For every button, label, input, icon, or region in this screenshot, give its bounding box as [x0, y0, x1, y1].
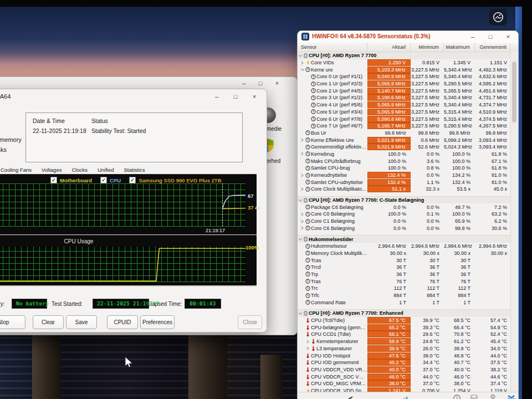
minimize-icon[interactable]: –	[239, 79, 248, 87]
sensor-row[interactable]: CPU VDD_MISC VRM (SVI3 TFN)38.0 °C37.0 °…	[298, 380, 510, 387]
sensor-row[interactable]: Core 0 Ur (perf #1/1)5,040.9 MHz3,227.5 …	[298, 73, 510, 80]
stop-button[interactable]: Stop	[0, 315, 25, 329]
sensor-group-header[interactable]: CPU [#0]: AMD Ryzen 7 7700	[298, 52, 510, 59]
save-button[interactable]: Save	[66, 315, 97, 329]
clock-icon[interactable]	[453, 394, 461, 399]
tab-cooling-fans[interactable]: Cooling Fans	[1, 167, 32, 173]
chevron-down-icon[interactable]	[298, 198, 303, 202]
scrollbar[interactable]	[510, 52, 518, 392]
chevron-right-icon[interactable]	[300, 219, 305, 223]
sensor-group-header[interactable]: CPU [#0]: AMD Ryzen 7 7700: C-State Belæ…	[298, 196, 510, 204]
checkbox-icon[interactable]: ✓	[100, 177, 107, 183]
sensor-row[interactable]: Kerne Effektive Ure5,021.9 MHz0.6 MHz5,0…	[298, 136, 510, 144]
sensor-row[interactable]: CPU IOD gennemsnit40.2 °C34.4 °C40.7 °C3…	[298, 359, 510, 366]
cpuid-button[interactable]: CPUID	[107, 315, 138, 329]
checkbox-icon[interactable]: ✓	[50, 177, 57, 183]
chevron-down-icon[interactable]	[298, 54, 303, 58]
sensor-row[interactable]: Memory Clock Multiplikator30.00 x30.00 x…	[298, 250, 510, 257]
tab-voltages[interactable]: Voltages	[42, 167, 62, 173]
photos-icon[interactable]	[489, 9, 507, 25]
chevron-down-icon[interactable]	[298, 237, 303, 241]
legend-item[interactable]: ✓Motherboard	[50, 177, 92, 183]
gear-icon[interactable]: ⚙	[490, 394, 496, 399]
sensor-row[interactable]: Core 7 Ur (perf #6/7)5,165.7 MHz3,227.5 …	[298, 122, 510, 130]
sensor-row[interactable]: Core 2 Ur (perf #4/5)5,140.7 MHz3,227.5 …	[298, 87, 510, 94]
maximize-icon[interactable]: □	[486, 33, 495, 40]
sensor-row[interactable]: CPU CCD1 (Tdie)68.1 °C29.6 °C70.8 °C52.4…	[298, 331, 510, 338]
chevron-right-icon[interactable]	[300, 212, 305, 216]
maximize-icon[interactable]: □	[256, 79, 265, 87]
stress-option[interactable]: ✓Stress system memory	[0, 135, 22, 145]
chevron-right-icon[interactable]	[300, 226, 305, 230]
sensor-row[interactable]: Samlet CPU-brug100.0 %0.8 %100.0 %61.8 %	[298, 165, 510, 172]
close-icon[interactable]: ×	[250, 93, 259, 100]
sensor-row[interactable]: Bus Ur99.8 MHz99.8 MHz99.8 MHz99.8 MHz	[298, 130, 510, 137]
stress-option[interactable]: ✓Stress local disks	[0, 145, 22, 155]
close-icon[interactable]: ×	[504, 33, 513, 40]
sensor-row[interactable]: Core VIDs1.250 V0.815 V1.345 V1.151 V	[298, 59, 510, 66]
legend-item[interactable]: ✓CPU	[100, 177, 121, 183]
sensor-row[interactable]: Core 4 Ur (perf #5/6)5,065.9 MHz3,227.5 …	[298, 101, 510, 109]
sensor-row[interactable]: Core Clock Multiplikatorer51.1 x32.3 x53…	[298, 186, 510, 193]
aida64-stability-test-window[interactable]: System Stability Test - AIDA64 – □ × ✓St…	[0, 89, 267, 332]
sensor-row[interactable]: Core 1 Ur (perf #2/3)5,065.9 MHz3,227.5 …	[298, 80, 510, 88]
checkbox-icon[interactable]: ✓	[129, 177, 136, 183]
sensor-row[interactable]: Trc112 T112 T112 T	[298, 285, 510, 292]
sensor-row[interactable]: Core 6 Ur (perf #7/8)5,090.8 MHz3,227.5 …	[298, 115, 510, 122]
sensor-row[interactable]: Trp36 T36 T36 T	[298, 271, 510, 278]
stress-option[interactable]: ✓Stress GPU(s)	[0, 155, 22, 165]
sensor-row[interactable]: Core C1 Belægning0.0 %0.0 %65.9 %6.2 %	[298, 218, 510, 225]
sensor-row[interactable]: Kernetemperaturer58.9 °C24.8 °C61.2 °C45…	[298, 338, 510, 345]
sensor-row[interactable]: Kerneudnyttelse132.4 %0.0 %134.2 %81.0 %	[298, 172, 510, 179]
chevron-right-icon[interactable]	[305, 340, 310, 344]
clear-button[interactable]: Clear	[33, 315, 64, 329]
sensor-row[interactable]: Package C6 Belægning0.0 %0.0 %49.7 %7.2 …	[298, 203, 510, 211]
hwinfo-titlebar[interactable]: HWiNFO® 64 v8.34-5870 Sensorstatus (0.3%…	[298, 31, 518, 43]
sensor-row[interactable]: Hukommelsesur2,994.6 MHz2,994.6 MHz2,994…	[298, 243, 510, 250]
sensor-row[interactable]: Gennemsnitligt effektivt ur5,021.9 MHz52…	[298, 144, 510, 151]
chevron-down-icon[interactable]	[298, 311, 303, 315]
sensor-row[interactable]: Core C0 Belægning100.0 %0.1 %100.0 %63.2…	[298, 211, 510, 218]
scrollbar-thumb[interactable]	[512, 62, 516, 122]
chevron-right-icon[interactable]	[300, 61, 305, 65]
sensor-row[interactable]: Kerne ure5,103.3 MHz3,227.5 MHz5,340.4 M…	[298, 66, 510, 73]
chart-icon[interactable]	[403, 394, 411, 399]
sensor-row[interactable]: L3 temperaturer39.9 °C26.0 °C39.9 °C34.0…	[298, 345, 510, 352]
sensor-row[interactable]: Core 3 Ur (perf #1/2)5,190.6 MHz3,227.5 …	[298, 94, 510, 101]
close-button[interactable]: Close	[238, 315, 262, 329]
sensor-row[interactable]: Kernebrug100.0 %0.0 %100.0 %61.8 %	[298, 151, 510, 158]
sensor-row[interactable]: CPU-belægning (gennemsnit)65.2 °C39.3 °C…	[298, 324, 510, 331]
sensor-row[interactable]: CPU IOD Hotspot47.5 °C39.0 °C48.8 °C44.0…	[298, 352, 510, 359]
chevron-right-icon[interactable]	[300, 187, 305, 191]
sensor-row[interactable]: CPU (Tctl/Tdie)67.5 °C39.9 °C68.5 °C57.4…	[298, 317, 510, 324]
sensor-row[interactable]: Core 5 Ur (perf #3/4)5,065.9 MHz3,227.5 …	[298, 109, 510, 116]
chevron-down-icon[interactable]	[300, 68, 305, 71]
save-icon[interactable]	[470, 394, 478, 399]
sensor-row[interactable]: CPU VDDCR_VDD VRM (SVI3 TFN)40.0 °C37.0 …	[298, 366, 510, 374]
minimize-icon[interactable]: –	[212, 93, 221, 100]
tab-clocks[interactable]: Clocks	[71, 167, 88, 173]
sensor-row[interactable]: Core C6 Belægning0.0 %0.0 %99.8 %30.6 %	[298, 225, 510, 232]
sensor-row[interactable]: Command Rate1 T1 T1 T	[298, 299, 510, 306]
sensor-row[interactable]: Samlet CPU-udnyttelse132.4 %1.1 %132.4 %…	[298, 178, 510, 186]
sensor-row[interactable]: CPU VDDCR_SOC VRM (SVI3 TFN)46.0 °C44.0 …	[298, 373, 510, 380]
chevron-right-icon[interactable]	[300, 173, 305, 177]
tab-unified[interactable]: Unified	[98, 167, 114, 173]
sensor-row[interactable]: Trcd36 T36 T36 T	[298, 264, 510, 271]
sensor-row[interactable]: Maks CPU/trådforbrug100.0 %3.6 %100.0 %6…	[298, 157, 510, 165]
legend-item[interactable]: ✓Samsung SSD 990 EVO Plus 2TB	[129, 177, 221, 183]
sensor-row[interactable]: Tras76 T76 T76 T	[298, 278, 510, 285]
preferences-button[interactable]: Preferences	[140, 315, 175, 329]
stress-option[interactable]: ✓Stress cache	[0, 125, 22, 135]
pen-icon[interactable]	[344, 394, 354, 399]
sensor-row[interactable]: Trfc884 T884 T884 T	[298, 292, 510, 299]
chevron-right-icon[interactable]	[300, 138, 305, 142]
chevron-right-icon[interactable]	[305, 346, 310, 350]
close-icon[interactable]: ×	[273, 79, 282, 87]
tab-statistics[interactable]: Statistics	[124, 167, 145, 173]
sensor-row[interactable]: Tcas30 T30 T30 T	[298, 257, 510, 264]
sensor-group-header[interactable]: Hukommelsestider	[298, 235, 510, 243]
collapse-icon[interactable]	[507, 394, 515, 399]
minimize-icon[interactable]: –	[468, 33, 477, 40]
hwinfo-window[interactable]: HWiNFO® 64 v8.34-5870 Sensorstatus (0.3%…	[297, 30, 519, 399]
